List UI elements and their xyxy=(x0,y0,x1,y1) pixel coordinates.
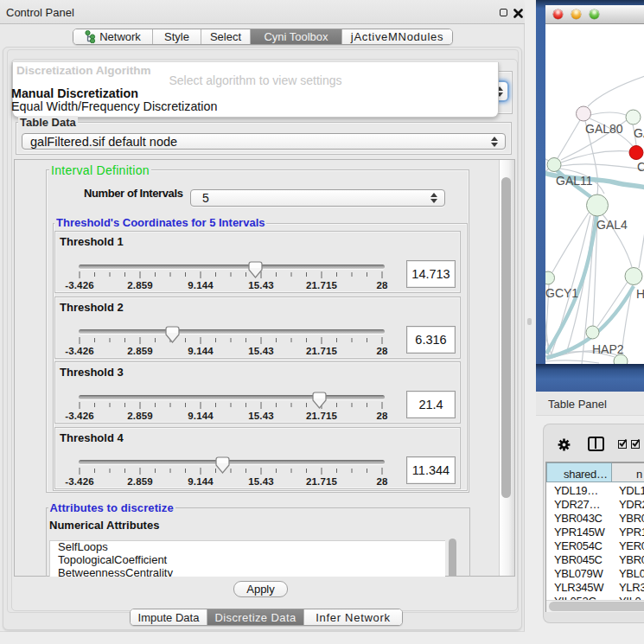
svg-text:GCY1: GCY1 xyxy=(545,286,578,300)
svg-text:HAP2: HAP2 xyxy=(592,342,624,356)
svg-text:CO: CO xyxy=(637,160,644,174)
svg-text:HIS: HIS xyxy=(636,287,644,301)
svg-text:GAL7: GAL7 xyxy=(634,126,644,140)
svg-text:GAL11: GAL11 xyxy=(556,174,593,188)
svg-text:GAL80: GAL80 xyxy=(585,122,623,136)
svg-text:GAL4: GAL4 xyxy=(596,218,628,232)
